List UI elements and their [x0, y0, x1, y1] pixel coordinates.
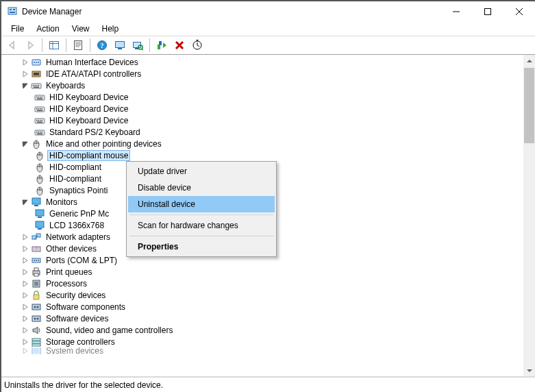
svg-rect-40 — [34, 86, 39, 88]
scan-hardware-button[interactable] — [129, 37, 146, 53]
window-title: Device Manager — [22, 7, 440, 16]
close-button[interactable] — [503, 1, 535, 22]
svg-rect-84 — [36, 221, 44, 228]
keyboard-icon — [34, 127, 45, 138]
expand-toggle[interactable] — [21, 256, 30, 265]
svg-rect-56 — [40, 120, 41, 121]
device-item[interactable]: HID-compliant mouse — [1, 149, 523, 161]
context-menu-item[interactable]: Update driver — [128, 163, 275, 180]
scroll-up-arrow[interactable] — [523, 55, 535, 66]
device-item[interactable]: HID Keyboard Device — [1, 114, 523, 126]
svg-rect-85 — [38, 228, 42, 230]
scroll-thumb[interactable] — [524, 68, 534, 143]
expand-toggle[interactable] — [21, 314, 30, 323]
device-category[interactable]: Human Interface Devices — [1, 56, 523, 68]
collapse-toggle[interactable] — [21, 139, 30, 149]
keyboard-icon — [31, 80, 42, 91]
back-button[interactable] — [4, 37, 21, 53]
expand-toggle[interactable] — [21, 58, 30, 67]
expand-toggle[interactable] — [21, 279, 30, 289]
properties-button[interactable] — [70, 37, 86, 53]
device-category[interactable]: Mice and other pointing devices — [1, 138, 523, 149]
minimize-button[interactable] — [440, 1, 472, 22]
svg-point-103 — [37, 306, 39, 308]
device-category[interactable]: Print queues — [1, 266, 523, 278]
mouse-icon — [31, 138, 42, 149]
other-icon: ? — [31, 243, 42, 254]
svg-rect-83 — [38, 217, 42, 218]
titlebar: Device Manager — [1, 1, 535, 22]
device-category[interactable]: Sound, video and game controllers — [1, 324, 523, 336]
uninstall-device-button[interactable] — [171, 37, 188, 53]
svg-rect-24 — [158, 45, 160, 49]
context-menu-item[interactable]: Properties — [128, 238, 275, 255]
context-menu-item[interactable]: Disable device — [128, 180, 275, 196]
vertical-scrollbar[interactable] — [523, 55, 535, 376]
svg-rect-43 — [38, 97, 40, 98]
menu-help[interactable]: Help — [97, 23, 125, 34]
device-category[interactable]: Security devices — [1, 289, 523, 301]
expand-toggle[interactable] — [21, 267, 30, 277]
device-category[interactable]: Software components — [1, 301, 523, 313]
mouse-icon — [34, 150, 45, 161]
expand-toggle[interactable] — [21, 291, 30, 300]
device-item[interactable]: HID Keyboard Device — [1, 103, 523, 114]
context-menu-item[interactable]: Scan for hardware changes — [128, 217, 275, 234]
toolbar-separator — [149, 38, 150, 52]
device-label: System devices — [45, 347, 105, 354]
collapse-toggle[interactable] — [21, 81, 30, 90]
context-menu[interactable]: Update driverDisable deviceUninstall dev… — [126, 161, 277, 257]
device-category[interactable]: System devices — [1, 347, 523, 354]
svg-text:?: ? — [35, 247, 38, 252]
device-category[interactable]: Storage controllers — [1, 336, 523, 347]
maximize-button[interactable] — [472, 1, 503, 22]
expand-toggle[interactable] — [21, 337, 30, 347]
expand-toggle[interactable] — [21, 326, 30, 335]
monitor-icon — [34, 208, 45, 219]
device-label: Standard PS/2 Keyboard — [48, 127, 142, 137]
device-label: Print queues — [45, 267, 93, 277]
device-label: Sound, video and game controllers — [45, 326, 174, 335]
app-icon — [7, 6, 18, 17]
monitor-icon-button[interactable] — [112, 37, 128, 53]
help-button[interactable]: ? — [94, 37, 110, 53]
menu-file[interactable]: File — [5, 23, 29, 34]
update-driver-button[interactable] — [189, 37, 206, 53]
device-label: HID-compliant — [48, 162, 103, 172]
svg-point-105 — [34, 317, 36, 319]
scroll-down-arrow[interactable] — [523, 365, 535, 376]
device-category[interactable]: IDE ATA/ATAPI controllers — [1, 68, 523, 79]
device-label: Processors — [45, 279, 88, 289]
collapse-toggle[interactable] — [21, 197, 30, 207]
device-category[interactable]: Processors — [1, 278, 523, 289]
device-category[interactable]: Keyboards — [1, 79, 523, 91]
expand-toggle[interactable] — [21, 232, 30, 242]
forward-button[interactable] — [22, 37, 38, 53]
show-hide-tree-button[interactable] — [46, 37, 62, 53]
enable-device-button[interactable] — [153, 37, 170, 53]
context-menu-separator — [129, 215, 273, 215]
device-label: HID Keyboard Device — [48, 116, 129, 125]
svg-rect-5 — [485, 9, 491, 15]
menu-action[interactable]: Action — [31, 23, 64, 34]
expand-toggle[interactable] — [21, 244, 30, 254]
device-category[interactable]: Software devices — [1, 313, 523, 324]
network-icon — [31, 232, 42, 243]
svg-rect-38 — [36, 85, 38, 86]
device-label: Other devices — [45, 244, 98, 254]
menu-view[interactable]: View — [66, 23, 95, 34]
context-menu-item[interactable]: Uninstall device — [128, 196, 275, 212]
svg-rect-64 — [37, 133, 42, 134]
svg-rect-107 — [32, 339, 40, 341]
mouse-icon — [34, 162, 45, 173]
device-item[interactable]: HID Keyboard Device — [1, 91, 523, 103]
svg-rect-55 — [38, 120, 40, 121]
svg-rect-108 — [32, 341, 40, 343]
svg-rect-62 — [40, 132, 41, 133]
expand-toggle[interactable] — [21, 69, 30, 79]
svg-point-31 — [36, 62, 37, 63]
expand-toggle[interactable] — [21, 302, 30, 312]
device-item[interactable]: Standard PS/2 Keyboard — [1, 126, 523, 138]
svg-rect-52 — [37, 110, 42, 111]
expand-toggle[interactable] — [21, 347, 30, 354]
